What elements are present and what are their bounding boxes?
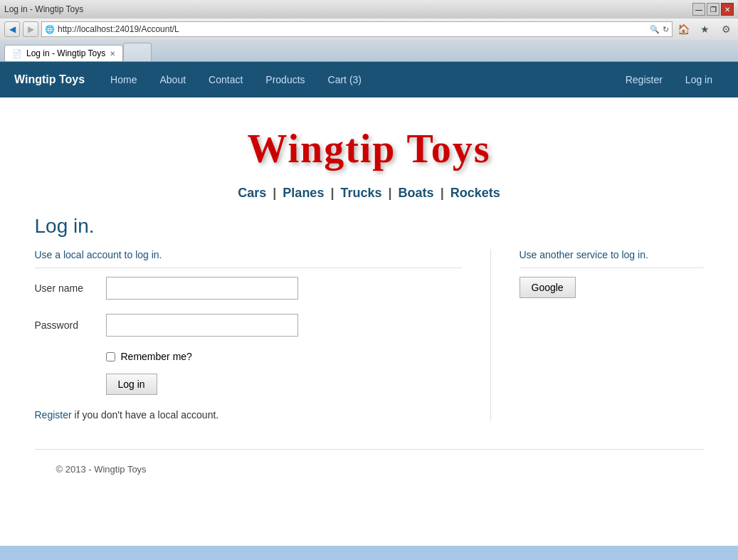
- refresh-icon[interactable]: ↻: [663, 25, 669, 34]
- remember-me-label: Remember me?: [121, 351, 192, 362]
- footer-text: © 2013 - Wingtip Toys: [56, 464, 147, 475]
- register-suffix: if you don't have a local account.: [72, 409, 219, 421]
- category-planes-link[interactable]: Planes: [283, 186, 324, 200]
- separator-4: |: [441, 186, 444, 200]
- login-left: Use a local account to log in. User name…: [35, 249, 462, 421]
- nav-contact-link[interactable]: Contact: [197, 62, 254, 97]
- external-section-heading: Use another service to log in.: [520, 249, 704, 268]
- login-container: Use a local account to log in. User name…: [35, 249, 704, 421]
- favorites-tool-button[interactable]: ★: [697, 21, 712, 37]
- nav-register-link[interactable]: Register: [614, 62, 674, 97]
- nav-right: Register Log in: [614, 62, 724, 97]
- hero-title: Wingtip Toys: [35, 112, 704, 179]
- remember-me-row: Remember me?: [106, 351, 462, 362]
- tab-title: Log in - Wingtip Toys: [26, 48, 105, 58]
- password-input[interactable]: [106, 314, 298, 337]
- tab-bar: 📄 Log in - Wingtip Toys ✕: [0, 40, 738, 61]
- username-label: User name: [35, 282, 106, 294]
- separator-2: |: [330, 186, 334, 200]
- address-text: http://localhost:24019/Account/L: [58, 24, 650, 34]
- forward-button[interactable]: ▶: [23, 21, 38, 37]
- password-label: Password: [35, 319, 106, 331]
- username-input[interactable]: [106, 277, 298, 300]
- google-login-button[interactable]: Google: [520, 277, 576, 298]
- separator-1: |: [273, 186, 276, 200]
- login-heading: Log in.: [35, 215, 704, 238]
- password-row: Password: [35, 314, 462, 337]
- category-cars-link[interactable]: Cars: [238, 186, 266, 200]
- active-tab[interactable]: 📄 Log in - Wingtip Toys ✕: [4, 45, 123, 61]
- nav-home-link[interactable]: Home: [99, 62, 148, 97]
- remember-me-checkbox[interactable]: [106, 352, 115, 361]
- nav-cart-link[interactable]: Cart (3): [317, 62, 373, 97]
- search-icon: 🔍: [650, 25, 660, 34]
- address-bar[interactable]: 🌐 http://localhost:24019/Account/L 🔍 ↻: [41, 21, 673, 37]
- minimize-button[interactable]: —: [692, 3, 705, 16]
- nav-bar: ◀ ▶ 🌐 http://localhost:24019/Account/L 🔍…: [0, 19, 738, 40]
- browser-chrome: Log in - Wingtip Toys — ❐ ✕ ◀ ▶ 🌐 http:/…: [0, 0, 738, 62]
- nav-products-link[interactable]: Products: [254, 62, 316, 97]
- separator-3: |: [389, 186, 392, 200]
- brand-link[interactable]: Wingtip Toys: [14, 73, 85, 86]
- login-right: Use another service to log in. Google: [490, 249, 704, 421]
- username-row: User name: [35, 277, 462, 300]
- nav-about-link[interactable]: About: [148, 62, 197, 97]
- site-nav: Wingtip Toys Home About Contact Products…: [0, 62, 738, 97]
- tab-close-button[interactable]: ✕: [110, 50, 115, 58]
- settings-tool-button[interactable]: ⚙: [718, 21, 734, 37]
- new-tab-area[interactable]: [123, 43, 152, 61]
- back-button[interactable]: ◀: [4, 21, 20, 37]
- register-link-row: Register if you don't have a local accou…: [35, 409, 462, 421]
- category-links: Cars | Planes | Trucks | Boats | Rockets: [35, 179, 704, 215]
- restore-button[interactable]: ❐: [707, 3, 719, 16]
- page-footer: © 2013 - Wingtip Toys: [35, 449, 704, 489]
- tab-icon: 📄: [12, 49, 22, 58]
- page-wrapper: Wingtip Toys Home About Contact Products…: [0, 62, 738, 546]
- login-button[interactable]: Log in: [106, 374, 157, 395]
- address-icon: 🌐: [45, 25, 55, 34]
- browser-tools: 🏠 ★ ⚙: [675, 21, 734, 37]
- title-bar-text: Log in - Wingtip Toys: [4, 4, 83, 14]
- home-tool-button[interactable]: 🏠: [675, 21, 691, 37]
- title-bar: Log in - Wingtip Toys — ❐ ✕: [0, 0, 738, 19]
- close-button[interactable]: ✕: [721, 3, 734, 16]
- local-section-heading: Use a local account to log in.: [35, 249, 462, 268]
- nav-links: Home About Contact Products Cart (3): [99, 62, 614, 97]
- nav-login-link[interactable]: Log in: [674, 62, 724, 97]
- register-link[interactable]: Register: [35, 409, 72, 421]
- main-content: Wingtip Toys Cars | Planes | Trucks | Bo…: [14, 97, 725, 503]
- title-bar-controls: — ❐ ✕: [692, 3, 734, 16]
- category-boats-link[interactable]: Boats: [399, 186, 434, 200]
- category-trucks-link[interactable]: Trucks: [340, 186, 381, 200]
- category-rockets-link[interactable]: Rockets: [450, 186, 500, 200]
